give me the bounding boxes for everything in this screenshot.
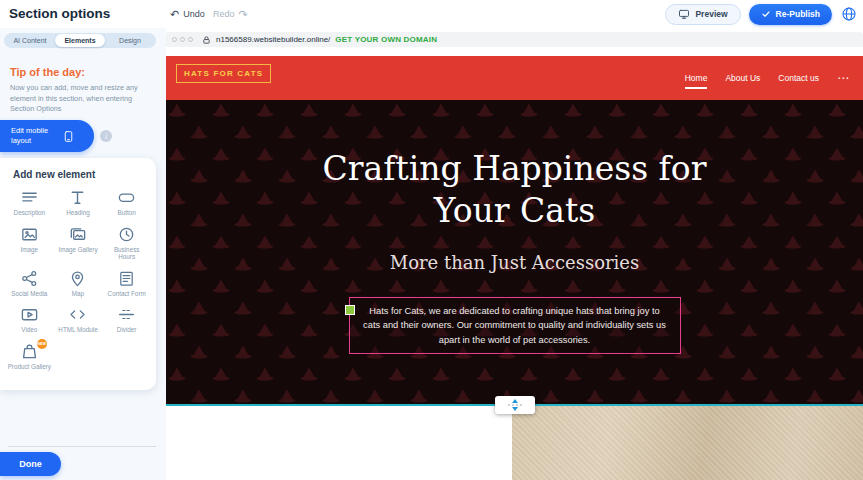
grip-dots-icon [508, 404, 522, 406]
undo-icon: ↶ [170, 9, 179, 20]
get-domain-link[interactable]: GET YOUR OWN DOMAIN [335, 35, 437, 44]
new-badge: NEW [37, 339, 47, 349]
nav-contact-us[interactable]: Contact us [778, 73, 819, 83]
element-label: Contact Form [108, 290, 146, 298]
element-item-description[interactable]: Description [5, 188, 54, 217]
tab-elements[interactable]: Elements [55, 34, 105, 47]
product-gallery-icon [20, 342, 39, 361]
tab-design[interactable]: Design [105, 34, 155, 47]
element-label: Image Gallery [58, 246, 97, 254]
tab-design-label: Design [119, 37, 141, 44]
site-preview-canvas: n1566589.websitebuilder.online/ GET YOUR… [166, 28, 863, 480]
element-label: HTML Module [58, 326, 97, 334]
element-label: Button [118, 209, 136, 217]
element-grid: Description Heading Button Image [0, 188, 156, 370]
element-item-heading[interactable]: Heading [54, 188, 103, 217]
element-item-image-gallery[interactable]: Image Gallery [54, 225, 103, 261]
image-gallery-icon [68, 225, 87, 244]
element-drag-handle[interactable] [345, 305, 355, 315]
video-icon [20, 305, 39, 324]
element-item-business-hours[interactable]: Business Hours [102, 225, 151, 261]
hero-heading[interactable]: Crafting Happiness for Your Cats [166, 148, 863, 232]
element-label: Image [21, 246, 39, 254]
tip-of-the-day: Tip of the day: Now you can add, move an… [10, 66, 152, 115]
section-resize-handle[interactable] [495, 396, 535, 414]
nav-home[interactable]: Home [685, 73, 708, 83]
browser-bar: n1566589.websitebuilder.online/ GET YOUR… [166, 32, 863, 47]
element-item-map[interactable]: Map [54, 269, 103, 298]
element-item-button[interactable]: Button [102, 188, 151, 217]
language-globe-button[interactable] [840, 6, 857, 23]
window-dot [172, 37, 177, 42]
sidebar-tabs: AI Content Elements Design [4, 33, 156, 48]
republish-button[interactable]: Re-Publish [749, 4, 832, 25]
divider-icon [117, 305, 136, 324]
map-icon [68, 269, 87, 288]
element-label: Product Gallery [8, 363, 51, 371]
hero-heading-text: Crafting Happiness for Your Cats [305, 148, 725, 232]
tab-ai-content-label: AI Content [13, 37, 46, 44]
hero-section: Crafting Happiness for Your Cats More th… [166, 100, 863, 406]
element-item-image[interactable]: Image [5, 225, 54, 261]
preview-button[interactable]: Preview [665, 4, 740, 25]
topbar-actions: Preview Re-Publish [665, 3, 857, 25]
html-module-icon [68, 305, 87, 324]
element-label: Social Media [11, 290, 47, 298]
element-item-social-media[interactable]: Social Media [5, 269, 54, 298]
undo-button[interactable]: ↶ Undo [170, 0, 205, 28]
redo-button[interactable]: Redo ↷ [213, 0, 248, 28]
tab-elements-label: Elements [64, 37, 95, 44]
element-item-html-module[interactable]: HTML Module [54, 305, 103, 334]
site-logo[interactable]: HATS FOR CATS [176, 64, 271, 83]
arrow-down-icon [512, 407, 518, 411]
tab-ai-content[interactable]: AI Content [5, 34, 55, 47]
image-icon [20, 225, 39, 244]
social-media-icon [20, 269, 39, 288]
edit-mobile-layout-button[interactable]: Edit mobile layout [0, 120, 94, 152]
contact-form-icon [117, 269, 136, 288]
site-url[interactable]: n1566589.websitebuilder.online/ [216, 35, 330, 44]
next-section-image [512, 406, 863, 480]
tip-title: Tip of the day: [10, 66, 152, 78]
add-element-panel: Add new element Description Heading Butt… [0, 158, 156, 390]
sidebar-divider [8, 446, 156, 447]
add-element-title: Add new element [0, 158, 156, 180]
globe-icon [841, 6, 857, 22]
heading-icon [68, 188, 87, 207]
business-hours-icon [117, 225, 136, 244]
element-label: Video [21, 326, 37, 334]
nav-more-icon[interactable]: ⋯ [837, 72, 849, 84]
preview-label: Preview [695, 9, 727, 19]
page-title: Section options [9, 0, 110, 28]
edit-mobile-label: Edit mobile layout [11, 126, 55, 146]
element-item-divider[interactable]: Divider [102, 305, 151, 334]
hero-subheading[interactable]: More than Just Accessories [166, 252, 863, 273]
window-dot [180, 37, 185, 42]
site-header: HATS FOR CATS Home About Us Contact us ⋯ [166, 56, 863, 100]
element-label: Business Hours [105, 246, 149, 261]
window-dot [188, 37, 193, 42]
redo-icon: ↷ [239, 9, 248, 20]
phone-icon [62, 130, 75, 143]
redo-label: Redo [213, 9, 235, 19]
element-item-product-gallery[interactable]: NEW Product Gallery [5, 342, 54, 371]
site-nav: Home About Us Contact us ⋯ [685, 56, 849, 100]
check-icon [761, 9, 771, 19]
republish-label: Re-Publish [776, 9, 820, 19]
lock-icon [202, 35, 211, 45]
arrow-up-icon [512, 399, 518, 403]
description-icon [20, 188, 39, 207]
element-item-video[interactable]: Video [5, 305, 54, 334]
selected-text-element[interactable]: Hats for Cats, we are dedicated to craft… [349, 297, 681, 354]
info-icon[interactable]: i [100, 130, 112, 142]
monitor-icon [678, 8, 690, 20]
element-item-contact-form[interactable]: Contact Form [102, 269, 151, 298]
button-icon [117, 188, 136, 207]
hero-paragraph: Hats for Cats, we are dedicated to craft… [360, 304, 670, 347]
section-options-sidebar: AI Content Elements Design Tip of the da… [0, 28, 166, 480]
element-label: Map [72, 290, 84, 298]
element-label: Divider [117, 326, 137, 334]
nav-about-us[interactable]: About Us [725, 73, 760, 83]
top-toolbar: Section options ↶ Undo Redo ↷ Preview Re… [0, 0, 863, 28]
done-button[interactable]: Done [0, 452, 61, 476]
